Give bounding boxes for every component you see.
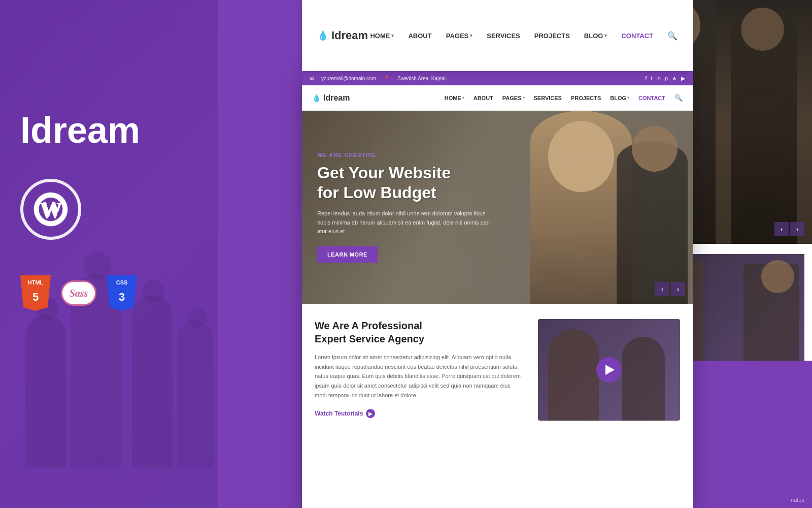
twitter-icon[interactable]: t (651, 75, 652, 81)
site-topbar-left: ✉ youremail@domain.com 📍 Swedish Area, K… (310, 76, 447, 81)
email-icon: ✉ (310, 76, 314, 81)
html5-icon: HTML (20, 275, 51, 311)
pages-dropdown-arrow: ▾ (470, 33, 472, 38)
top-nav-about[interactable]: ABOUT (408, 32, 431, 40)
top-search-icon[interactable]: 🔍 (667, 31, 678, 41)
hero-woman-head (548, 121, 614, 192)
pinterest-icon[interactable]: p (665, 75, 668, 81)
top-nav-blog[interactable]: BLOG ▾ (584, 32, 607, 40)
tech-icons-row: HTML Sass CSS (20, 275, 198, 311)
sass-label: Sass (70, 288, 88, 299)
top-nav-contact[interactable]: CONTACT (621, 32, 653, 40)
home-arrow: ▾ (462, 96, 464, 100)
hero-title: Get Your Websitefor Low Budget (317, 163, 502, 202)
hero-man-head (632, 126, 678, 172)
watch-tutorials-link[interactable]: Watch Teutorials ▶ (315, 409, 523, 418)
top-nav-projects[interactable]: PROJECTS (534, 32, 570, 40)
sec-head-2 (741, 8, 784, 51)
top-browser-header: 💧 Idream HOME ▾ ABOUT PAGES ▾ SERVICES P… (302, 0, 693, 71)
video-person-1 (548, 329, 599, 421)
blog-arrow: ▾ (627, 96, 629, 100)
right-panel: 💧 Idream HOME ▾ ABOUT PAGES ▾ SERVICES P… (218, 0, 812, 508)
site-header: 💧 Idream HOME ▾ ABOUT PAGES ▾ SERVICES (302, 85, 693, 111)
hero-description: Repel lendus lauda ntium dolor nihil und… (317, 209, 490, 236)
watch-tutorials-label: Watch Teutorials (315, 410, 363, 417)
site-header-nav: HOME ▾ ABOUT PAGES ▾ SERVICES PROJECTS B (445, 94, 683, 102)
site-topbar: ✉ youremail@domain.com 📍 Swedish Area, K… (302, 71, 693, 85)
site-logo-drop-icon: 💧 (312, 94, 321, 102)
css3-icon: CSS (107, 275, 137, 311)
hero-section: WE ARE CREATIVE Get Your Websitefor Low … (302, 111, 693, 304)
sec-next-arrow[interactable]: › (790, 222, 804, 236)
hero-subtitle: WE ARE CREATIVE (317, 152, 502, 158)
location-icon: 📍 (384, 76, 390, 81)
video-person-2 (622, 337, 665, 421)
natus-label: natus (791, 497, 804, 503)
site-bottom-section: We Are A ProfessionalExpert Service Agen… (302, 304, 693, 436)
agency-title: We Are A ProfessionalExpert Service Agen… (315, 319, 523, 345)
site-header-logo: 💧 Idream (312, 93, 350, 103)
video-play-button[interactable] (596, 357, 622, 383)
top-nav-home[interactable]: HOME ▾ (370, 32, 394, 40)
blog-dropdown-arrow: ▾ (604, 33, 607, 38)
left-panel: Idream W HTML Sass CSS (0, 0, 218, 508)
sec-prev-arrow[interactable]: ‹ (774, 222, 789, 236)
agency-description: Lorem ipsum dolor sit amet consectetur a… (315, 353, 523, 400)
watch-arrow-icon: ▶ (366, 409, 375, 418)
website-mockup: ✉ youremail@domain.com 📍 Swedish Area, K… (302, 71, 693, 508)
site-nav-projects[interactable]: PROJECTS (571, 95, 601, 101)
facebook-icon[interactable]: f (645, 75, 647, 81)
hero-next-arrow[interactable]: › (671, 282, 685, 296)
top-nav-services[interactable]: SERVICES (487, 32, 520, 40)
learn-more-button[interactable]: LEARN MORE (317, 246, 378, 263)
youtube-icon[interactable]: ▶ (681, 75, 685, 82)
svg-text:W: W (40, 198, 61, 223)
site-topbar-social: f t in p ★ ▶ (645, 75, 685, 82)
wordpress-logo: W (20, 179, 81, 240)
logo-drop-icon: 💧 (317, 30, 328, 41)
top-nav-pages[interactable]: PAGES ▾ (446, 32, 473, 40)
sec-b-head-2 (761, 260, 794, 293)
brand-title: Idream (20, 112, 198, 148)
top-logo: 💧 Idream (317, 29, 368, 42)
topbar-location: Swedish Area, Kaptai. (397, 76, 447, 81)
site-nav-about[interactable]: ABOUT (473, 95, 493, 101)
site-nav-blog[interactable]: BLOG ▾ (610, 95, 629, 101)
play-triangle-icon (605, 365, 615, 375)
secondary-slider-arrows: ‹ › (774, 222, 804, 236)
site-nav-contact[interactable]: CONTACT (638, 95, 665, 101)
linkedin-icon[interactable]: in (656, 75, 661, 81)
video-thumbnail (538, 319, 680, 421)
hero-content: WE ARE CREATIVE Get Your Websitefor Low … (302, 111, 517, 304)
star-icon[interactable]: ★ (672, 75, 677, 82)
home-dropdown-arrow: ▾ (391, 33, 394, 38)
sass-icon: Sass (61, 280, 96, 306)
hero-slider-arrows: ‹ › (655, 282, 685, 296)
site-nav-pages[interactable]: PAGES ▾ (502, 95, 525, 101)
pages-arrow: ▾ (523, 96, 525, 100)
site-nav-services[interactable]: SERVICES (534, 95, 562, 101)
hero-prev-arrow[interactable]: ‹ (655, 282, 669, 296)
top-nav: HOME ▾ ABOUT PAGES ▾ SERVICES PROJECTS B… (370, 31, 678, 41)
site-logo-text: Idream (323, 93, 350, 103)
topbar-email: youremail@domain.com (321, 76, 376, 81)
top-logo-text: Idream (331, 29, 368, 42)
site-search-icon[interactable]: 🔍 (674, 94, 683, 102)
site-nav-home[interactable]: HOME ▾ (445, 95, 464, 101)
bottom-left-content: We Are A ProfessionalExpert Service Agen… (315, 319, 523, 421)
